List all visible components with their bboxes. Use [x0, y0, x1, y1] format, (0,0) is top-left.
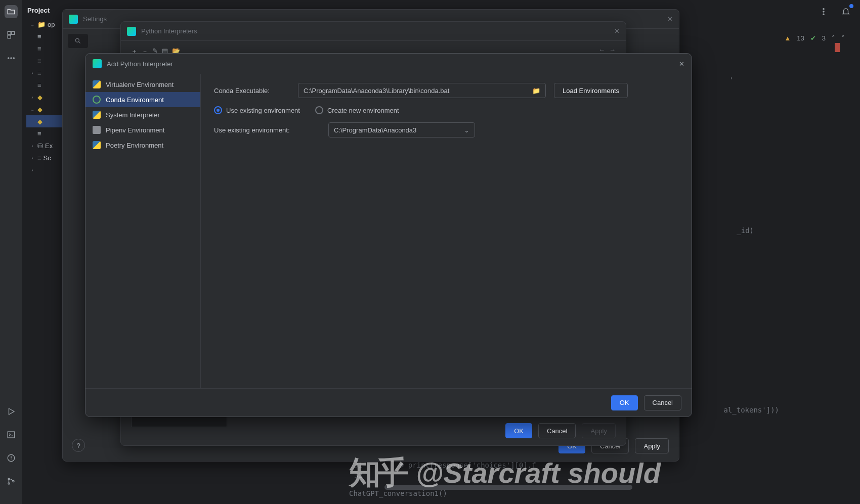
svg-point-15 — [75, 38, 79, 42]
env-virtualenv[interactable]: Virtualenv Environment — [85, 77, 200, 92]
nav-forward-icon[interactable]: → — [609, 46, 616, 54]
radio-use-existing[interactable]: Use existing environment — [214, 106, 300, 114]
environment-type-list: Virtualenv Environment Conda Environment… — [85, 74, 201, 388]
code-fragment: al_tokens'])) — [723, 406, 779, 414]
conda-exec-input[interactable]: C:\ProgramData\Anaconda3\Library\bin\con… — [298, 83, 546, 98]
env-poetry[interactable]: Poetry Environment — [85, 138, 200, 153]
close-icon[interactable]: ✕ — [679, 60, 684, 68]
chevron-down-icon: ⌄ — [464, 126, 469, 134]
radio-create-new[interactable]: Create new environment — [315, 106, 399, 114]
error-stripe — [835, 43, 840, 52]
ok-button[interactable]: OK — [505, 423, 532, 438]
line-number: 31 — [354, 461, 363, 469]
svg-point-13 — [823, 11, 824, 12]
code-fragment: # print(response['choices'][0].f — [400, 461, 536, 469]
terminal-icon[interactable] — [5, 428, 18, 441]
ok-count[interactable]: 3 — [822, 34, 826, 42]
svg-point-10 — [8, 483, 10, 484]
down-icon[interactable]: ˅ — [841, 34, 845, 42]
load-environments-button[interactable]: Load Environments — [554, 83, 628, 98]
svg-marker-6 — [9, 408, 14, 415]
add-interpreter-dialog: Add Python Interpreter ✕ Virtualenv Envi… — [85, 53, 692, 417]
nav-back-icon[interactable]: ← — [598, 46, 605, 54]
top-right-controls — [817, 5, 852, 18]
pycharm-icon — [69, 15, 78, 24]
apply-button: Apply — [582, 423, 616, 438]
folder-icon[interactable] — [5, 5, 18, 18]
breadcrumb[interactable]: ChatGPT_conversation1() — [349, 489, 447, 497]
warning-icon: ▲ — [784, 34, 791, 42]
code-fragment: ' — [729, 76, 734, 84]
bell-icon[interactable] — [839, 5, 852, 18]
svg-point-4 — [10, 58, 11, 59]
pycharm-icon — [127, 27, 136, 36]
svg-point-9 — [8, 478, 10, 480]
svg-rect-0 — [8, 31, 11, 34]
svg-rect-2 — [8, 35, 11, 38]
env-system[interactable]: System Interpreter — [85, 107, 200, 122]
up-icon[interactable]: ˄ — [832, 34, 835, 42]
env-conda[interactable]: Conda Environment — [85, 92, 200, 107]
vcs-icon[interactable] — [5, 475, 18, 488]
cancel-button[interactable]: Cancel — [538, 423, 576, 438]
svg-point-3 — [8, 58, 9, 59]
svg-rect-1 — [11, 31, 14, 34]
more-icon[interactable] — [5, 52, 18, 65]
code-fragment: _id) — [737, 226, 754, 235]
svg-point-14 — [823, 14, 824, 15]
interpreters-title: Python Interpreters — [141, 27, 197, 35]
svg-point-12 — [823, 9, 824, 10]
settings-search[interactable] — [68, 34, 88, 48]
svg-point-5 — [13, 58, 14, 59]
services-icon[interactable] — [5, 405, 18, 418]
warning-count[interactable]: 13 — [797, 34, 804, 42]
existing-env-select[interactable]: C:\ProgramData\Anaconda3 ⌄ — [328, 122, 475, 138]
browse-icon[interactable]: 📁 — [532, 87, 540, 95]
settings-title: Settings — [83, 15, 107, 23]
svg-rect-7 — [8, 432, 15, 438]
check-icon: ✔ — [810, 34, 816, 42]
add-interpreter-title: Add Python Interpreter — [107, 60, 173, 68]
close-icon[interactable]: ✕ — [667, 15, 673, 23]
left-icon-strip — [0, 0, 22, 504]
conda-exec-label: Conda Executable: — [214, 87, 290, 95]
ok-button[interactable]: OK — [611, 395, 638, 410]
env-pipenv[interactable]: Pipenv Environment — [85, 122, 200, 138]
problems-icon[interactable] — [5, 451, 18, 465]
structure-icon[interactable] — [5, 28, 18, 41]
kebab-icon[interactable] — [817, 5, 830, 18]
line-number: 32 — [354, 471, 363, 479]
apply-button[interactable]: Apply — [635, 438, 669, 453]
help-button[interactable]: ? — [72, 439, 85, 452]
existing-env-label: Use existing environment: — [214, 126, 320, 134]
close-icon[interactable]: ✕ — [614, 27, 620, 35]
status-widgets: ▲ 13 ✔ 3 ˄ ˅ — [784, 34, 845, 42]
horizontal-scrollbar[interactable] — [384, 485, 632, 490]
cancel-button[interactable]: Cancel — [644, 395, 681, 410]
pycharm-icon — [93, 59, 102, 68]
conda-form: Conda Executable: C:\ProgramData\Anacond… — [201, 74, 692, 388]
